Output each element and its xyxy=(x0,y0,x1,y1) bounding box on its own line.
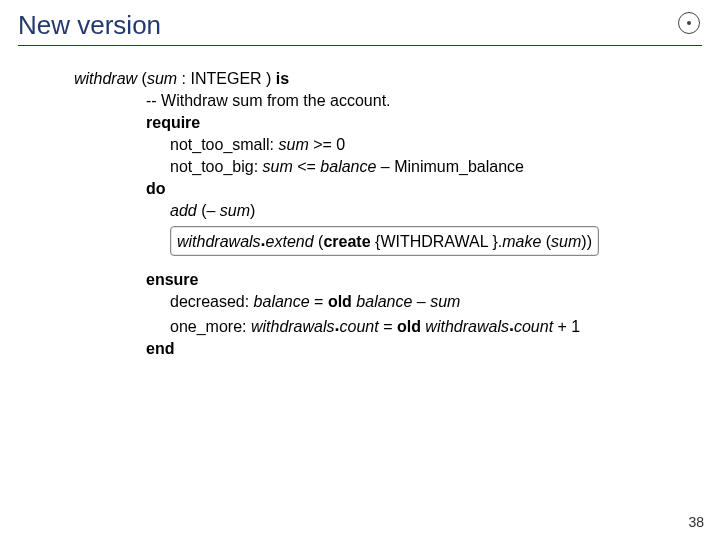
code-line: add (– sum) xyxy=(74,200,702,222)
code-block: withdraw (sum : INTEGER ) is -- Withdraw… xyxy=(74,68,702,360)
code-line: end xyxy=(74,338,702,360)
page-number: 38 xyxy=(688,514,704,530)
code-line: one_more: withdrawals.count = old withdr… xyxy=(74,314,702,339)
code-line: require xyxy=(74,112,702,134)
logo-icon xyxy=(678,12,700,34)
code-line: not_too_big: sum <= balance – Minimum_ba… xyxy=(74,156,702,178)
code-line: -- Withdraw sum from the account. xyxy=(74,90,702,112)
code-line: not_too_small: sum >= 0 xyxy=(74,134,702,156)
dot-icon: . xyxy=(335,315,340,335)
dot-icon: . xyxy=(261,230,266,250)
code-line-highlighted: withdrawals.extend (create {WITHDRAWAL }… xyxy=(74,223,702,260)
dot-icon: . xyxy=(509,315,514,335)
slide-title: New version xyxy=(18,10,702,46)
code-line: do xyxy=(74,178,702,200)
code-line: ensure xyxy=(74,269,702,291)
highlight-box: withdrawals.extend (create {WITHDRAWAL }… xyxy=(170,226,599,257)
code-line: withdraw (sum : INTEGER ) is xyxy=(74,68,702,90)
code-line: decreased: balance = old balance – sum xyxy=(74,291,702,313)
